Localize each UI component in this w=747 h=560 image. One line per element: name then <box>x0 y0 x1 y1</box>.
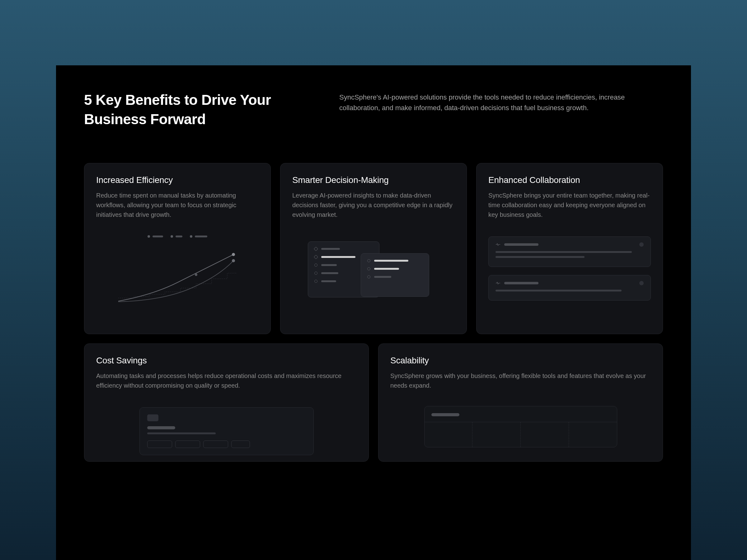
benefit-description: Leverage AI-powered insights to make dat… <box>292 191 455 220</box>
benefit-card-cost: Cost Savings Automating tasks and proces… <box>84 344 369 462</box>
benefit-card-collaboration: Enhanced Collaboration SyncSphere brings… <box>476 163 663 334</box>
message-card <box>488 236 651 267</box>
message-card <box>488 275 651 300</box>
legend-item <box>171 235 182 238</box>
pulse-icon <box>495 282 500 285</box>
benefits-grid-top: Increased Efficiency Reduce time spent o… <box>84 163 663 334</box>
benefit-title: Scalability <box>390 355 651 366</box>
section-title: 5 Key Benefits to Drive Your Business Fo… <box>84 90 296 129</box>
benefit-description: SyncSphere brings your entire team toget… <box>488 191 651 220</box>
cost-invoice-illustration <box>96 397 357 461</box>
benefit-card-scalability: Scalability SyncSphere grows with your b… <box>378 344 663 462</box>
svg-point-2 <box>195 273 197 276</box>
chart-legend <box>96 235 259 238</box>
benefit-description: Reduce time spent on manual tasks by aut… <box>96 191 259 220</box>
legend-item <box>148 235 163 238</box>
panel-front <box>361 253 429 297</box>
svg-point-1 <box>232 259 235 262</box>
benefits-grid-bottom: Cost Savings Automating tasks and proces… <box>84 344 663 462</box>
scalability-table-illustration <box>390 397 651 461</box>
benefit-title: Cost Savings <box>96 355 357 366</box>
decision-panels-illustration <box>292 226 455 334</box>
benefit-description: SyncSphere grows with your business, off… <box>390 371 651 391</box>
collaboration-messages-illustration <box>488 226 651 334</box>
pulse-icon <box>495 243 500 246</box>
section-subtitle: SyncSphere's AI-powered solutions provid… <box>339 90 663 129</box>
efficiency-chart-illustration <box>96 226 259 334</box>
benefits-section: 5 Key Benefits to Drive Your Business Fo… <box>56 65 691 560</box>
benefit-title: Enhanced Collaboration <box>488 175 651 185</box>
benefit-description: Automating tasks and processes helps red… <box>96 371 357 391</box>
benefit-title: Smarter Decision-Making <box>292 175 455 185</box>
line-chart-icon <box>96 242 259 304</box>
benefit-card-decision: Smarter Decision-Making Leverage AI-powe… <box>280 163 467 334</box>
svg-point-0 <box>232 253 235 256</box>
legend-item <box>190 235 207 238</box>
benefit-card-efficiency: Increased Efficiency Reduce time spent o… <box>84 163 271 334</box>
benefit-title: Increased Efficiency <box>96 175 259 185</box>
section-header: 5 Key Benefits to Drive Your Business Fo… <box>84 90 663 129</box>
